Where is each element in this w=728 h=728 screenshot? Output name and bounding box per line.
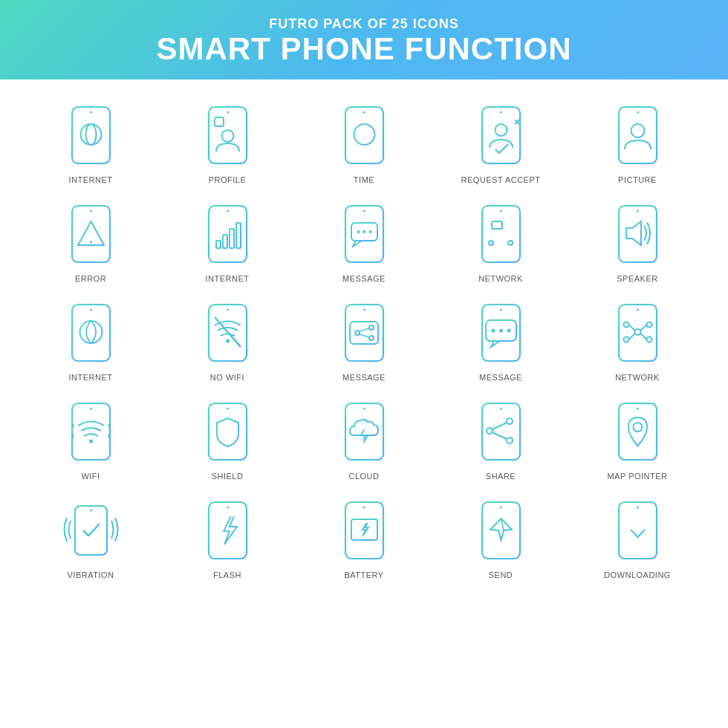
icon-cell-vibration: VIBRATION	[22, 488, 159, 587]
svg-line-115	[640, 325, 646, 331]
svg-point-84	[227, 309, 229, 311]
icon-cell-message2: MESSAGE	[296, 290, 432, 389]
svg-point-68	[489, 241, 493, 245]
svg-point-111	[646, 322, 651, 328]
icon-label-vibration: VIBRATION	[68, 571, 114, 579]
icon-label-cloud: CLOUD	[348, 472, 379, 481]
icon-cell-cloud: CLOUD	[296, 389, 432, 488]
svg-point-132	[363, 408, 365, 410]
icon-label-network2: NETWORK	[615, 373, 660, 382]
icon-label-shield: SHIELD	[212, 472, 244, 481]
svg-point-12	[227, 111, 229, 114]
svg-point-100	[500, 309, 502, 311]
svg-point-54	[363, 210, 365, 212]
svg-point-150	[90, 510, 92, 512]
icon-cell-flash: FLASH	[159, 488, 296, 587]
svg-point-138	[507, 418, 513, 424]
svg-point-34	[637, 111, 639, 114]
icon-cell-request-accept: REQUEST ACCEPT	[432, 93, 569, 192]
svg-line-117	[640, 334, 646, 339]
svg-point-113	[646, 337, 651, 342]
icon-cell-speaker: SPEAKER	[569, 192, 706, 290]
svg-point-103	[499, 329, 503, 333]
icon-label-network: NETWORK	[478, 274, 523, 283]
svg-point-73	[637, 210, 639, 212]
svg-rect-91	[350, 322, 378, 344]
svg-marker-74	[626, 221, 641, 245]
icon-cell-message: MESSAGE	[296, 192, 432, 290]
svg-point-27	[500, 111, 502, 114]
svg-point-109	[634, 329, 640, 335]
svg-point-90	[363, 309, 365, 311]
svg-point-39	[90, 210, 92, 212]
icon-label-downloading: DOWNLOADING	[604, 571, 671, 579]
icon-label-no-wifi: NO WIFI	[210, 373, 244, 382]
icon-label-share: SHARE	[486, 472, 516, 481]
svg-point-35	[631, 124, 644, 137]
header: FUTRO PACK OF 25 ICONS SMART PHONE FUNCT…	[0, 0, 728, 79]
icon-label-time: TIME	[354, 175, 374, 184]
icon-label-speaker: SPEAKER	[617, 274, 657, 283]
svg-point-121	[90, 408, 92, 410]
icon-grid: INTERNET PROFILE	[0, 79, 728, 594]
svg-rect-50	[236, 223, 241, 248]
icon-cell-internet2: INTERNET	[159, 192, 296, 290]
svg-point-94	[369, 336, 374, 340]
svg-point-136	[500, 408, 502, 410]
svg-rect-47	[216, 241, 221, 248]
icon-cell-downloading: DOWNLOADING	[569, 488, 706, 587]
svg-point-110	[623, 322, 628, 328]
svg-rect-63	[492, 221, 502, 229]
svg-line-114	[628, 325, 634, 331]
svg-point-56	[357, 230, 360, 233]
icon-label-flash: FLASH	[213, 571, 241, 579]
svg-point-16	[221, 130, 233, 142]
icon-label-message: MESSAGE	[342, 274, 386, 283]
icon-cell-wifi: WIFI	[22, 389, 159, 488]
icon-label-error: ERROR	[75, 274, 106, 283]
svg-line-140	[493, 423, 507, 429]
icon-label-internet2: INTERNET	[206, 274, 250, 283]
icon-cell-send: SEND	[432, 488, 569, 587]
svg-point-62	[500, 210, 502, 212]
icon-cell-battery: BATTERY	[296, 488, 432, 587]
header-subtitle: FUTRO PACK OF 25 ICONS	[15, 16, 713, 32]
svg-point-20	[363, 111, 365, 114]
icon-cell-shield: SHIELD	[159, 389, 296, 488]
svg-line-116	[628, 334, 634, 339]
icon-cell-internet3: INTERNET	[22, 290, 159, 389]
svg-line-96	[360, 334, 369, 337]
svg-point-58	[368, 230, 371, 233]
svg-point-108	[637, 309, 639, 311]
svg-rect-49	[230, 229, 234, 248]
svg-point-57	[363, 230, 365, 233]
svg-point-46	[227, 210, 229, 212]
icon-cell-time: TIME	[296, 93, 432, 192]
svg-point-92	[355, 331, 360, 335]
svg-point-146	[633, 423, 642, 432]
icon-cell-no-wifi: NO WIFI	[159, 290, 296, 389]
svg-point-102	[491, 329, 495, 333]
svg-point-145	[637, 408, 639, 410]
icon-cell-error: ERROR	[22, 192, 159, 290]
header-title: SMART PHONE FUNCTION	[15, 32, 713, 66]
icon-cell-internet: INTERNET	[22, 93, 159, 192]
icon-label-request-accept: REQUEST ACCEPT	[461, 175, 540, 184]
svg-point-3	[90, 111, 92, 114]
icon-label-message2: MESSAGE	[342, 373, 386, 382]
svg-point-104	[507, 329, 510, 333]
svg-line-95	[360, 328, 369, 331]
icon-label-internet3: INTERNET	[69, 373, 113, 382]
svg-point-28	[495, 124, 507, 136]
svg-point-78	[90, 309, 92, 311]
icon-cell-profile: PROFILE	[159, 93, 296, 192]
icon-label-battery: BATTERY	[344, 571, 383, 579]
svg-point-122	[89, 440, 93, 443]
icon-label-wifi: WIFI	[81, 472, 100, 481]
svg-point-137	[487, 428, 493, 434]
svg-point-93	[369, 325, 374, 330]
svg-point-158	[363, 507, 365, 509]
icon-label-internet: INTERNET	[69, 175, 113, 184]
svg-rect-13	[215, 117, 224, 126]
svg-point-126	[227, 408, 229, 410]
